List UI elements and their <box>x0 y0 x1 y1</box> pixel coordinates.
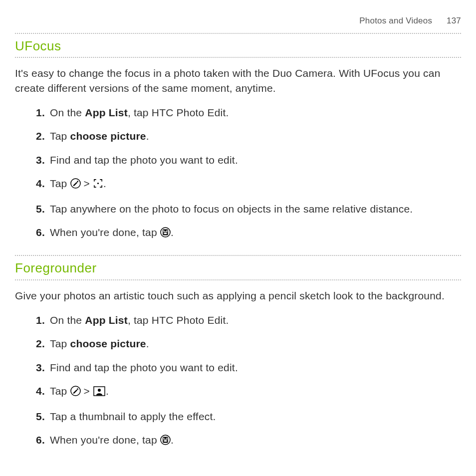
step-item: Tap > . <box>50 176 461 192</box>
step-item: Find and tap the photo you want to edit. <box>50 153 461 167</box>
divider <box>15 279 461 280</box>
step-list: On the App List, tap HTC Photo Edit.Tap … <box>15 313 461 449</box>
section-title: Foregrounder <box>15 259 461 277</box>
text-run: On the <box>50 107 85 118</box>
bold-text: App List <box>85 107 128 118</box>
person-frame-icon <box>93 385 106 400</box>
page-number: 137 <box>447 15 461 27</box>
section-intro: It's easy to change the focus in a photo… <box>15 66 461 95</box>
text-run: . <box>171 227 174 238</box>
save-circle-icon <box>160 227 171 241</box>
text-run: . <box>146 338 149 349</box>
step-item: When you're done, tap . <box>50 433 461 449</box>
divider <box>15 255 461 256</box>
text-run: . <box>103 178 106 189</box>
text-run: Tap anywhere on the photo to focus on ob… <box>50 203 413 215</box>
edit-circle-icon <box>70 385 81 400</box>
step-list: On the App List, tap HTC Photo Edit.Tap … <box>15 105 461 241</box>
page-header: Photos and Videos 137 <box>15 15 461 27</box>
bold-text: App List <box>85 314 128 326</box>
text-run: > <box>81 385 93 397</box>
save-circle-icon <box>160 434 171 449</box>
text-run: Tap <box>50 385 70 397</box>
step-item: Tap a thumbnail to apply the effect. <box>50 409 461 424</box>
divider <box>15 57 461 58</box>
text-run: Tap <box>50 338 70 349</box>
text-run: . <box>146 130 149 142</box>
edit-circle-icon <box>70 178 81 192</box>
text-run: > <box>81 178 93 189</box>
text-run: , tap HTC Photo Edit. <box>128 314 229 326</box>
divider <box>15 33 461 34</box>
text-run: Find and tap the photo you want to edit. <box>50 362 238 373</box>
chapter-title: Photos and Videos <box>359 16 432 25</box>
step-item: Tap choose picture. <box>50 336 461 351</box>
step-item: When you're done, tap . <box>50 225 461 241</box>
text-run: Find and tap the photo you want to edit. <box>50 154 238 166</box>
focus-bracket-icon <box>93 178 103 192</box>
text-run: On the <box>50 314 85 326</box>
text-run: When you're done, tap <box>50 434 160 446</box>
text-run: , tap HTC Photo Edit. <box>128 107 229 118</box>
step-item: On the App List, tap HTC Photo Edit. <box>50 313 461 327</box>
text-run: Tap <box>50 130 70 142</box>
text-run: Tap a thumbnail to apply the effect. <box>50 411 216 422</box>
step-item: Find and tap the photo you want to edit. <box>50 360 461 375</box>
bold-text: choose picture <box>70 130 146 142</box>
text-run: Tap <box>50 178 70 189</box>
text-run: When you're done, tap <box>50 227 160 238</box>
step-item: Tap anywhere on the photo to focus on ob… <box>50 202 461 216</box>
document-page: Photos and Videos 137 UFocusIt's easy to… <box>0 0 476 476</box>
section-intro: Give your photos an artistic touch such … <box>15 288 461 303</box>
text-run: . <box>106 385 109 397</box>
text-run: . <box>171 434 174 446</box>
step-item: Tap choose picture. <box>50 129 461 143</box>
step-item: Tap > . <box>50 384 461 400</box>
step-item: On the App List, tap HTC Photo Edit. <box>50 105 461 120</box>
section-title: UFocus <box>15 37 461 55</box>
bold-text: choose picture <box>70 338 146 349</box>
